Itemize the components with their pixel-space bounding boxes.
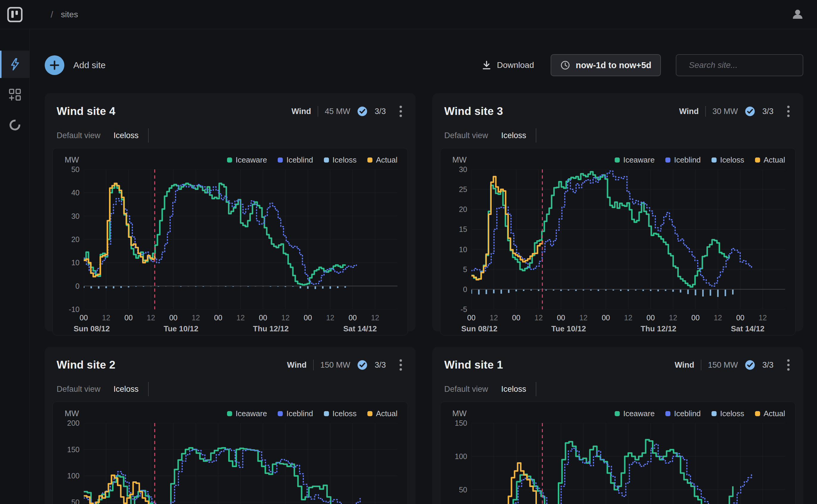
view-tabs: Default view Iceloss: [432, 372, 803, 396]
legend-iceloss[interactable]: Iceloss: [324, 409, 357, 418]
search-box[interactable]: [676, 54, 803, 76]
tab-default-view[interactable]: Default view: [57, 385, 100, 394]
legend-iceaware[interactable]: Iceaware: [615, 409, 655, 418]
legend-iceloss[interactable]: Iceloss: [712, 409, 744, 418]
x-axis-day-labels: Sun 08/12Tue 10/12Thu 12/12Sat 14/12: [471, 324, 785, 336]
download-button[interactable]: Download: [481, 60, 534, 70]
x-tick-label: 00: [214, 313, 222, 322]
y-tick-label: 100: [61, 472, 79, 480]
legend-iceaware[interactable]: Iceaware: [227, 155, 267, 165]
legend-iceloss[interactable]: Iceloss: [712, 155, 744, 165]
x-tick-label: 00: [736, 313, 745, 322]
x-day-label: Sat 14/12: [731, 324, 765, 333]
status-count: 3/3: [762, 361, 774, 370]
tab-divider: [536, 382, 536, 396]
sidebar-item-apps[interactable]: [0, 81, 30, 108]
x-axis-ticks: 0012001200120012001200120012: [84, 309, 397, 324]
site-meta: Wind 150 MW 3/3: [287, 358, 404, 372]
y-tick-label: 10: [61, 258, 79, 267]
legend-iceblind[interactable]: Iceblind: [665, 155, 701, 165]
legend-actual[interactable]: Actual: [367, 409, 397, 418]
legend-swatch-iceaware: [615, 157, 620, 163]
check-circle-icon: [357, 106, 368, 117]
breadcrumb-separator: /: [51, 10, 53, 20]
x-day-label: Thu 12/12: [253, 324, 289, 333]
legend-iceaware[interactable]: Iceaware: [227, 409, 267, 418]
site-title: Wind site 2: [57, 359, 115, 371]
legend-iceblind[interactable]: Iceblind: [278, 155, 313, 165]
site-meta: Wind 150 MW 3/3: [675, 358, 791, 372]
x-tick-label: 12: [579, 313, 587, 322]
sidebar-item-energy[interactable]: [0, 51, 30, 78]
tab-default-view[interactable]: Default view: [444, 131, 488, 140]
tab-default-view[interactable]: Default view: [444, 385, 488, 394]
card-menu-button[interactable]: [398, 104, 404, 119]
card-menu-button[interactable]: [785, 104, 791, 119]
main-content: Add site Download now-1d to now+5d: [30, 29, 817, 504]
x-day-label: Tue 10/12: [163, 324, 198, 333]
card-menu-button[interactable]: [398, 358, 404, 372]
toolbar: Add site Download now-1d to now+5d: [45, 54, 803, 76]
legend-swatch-iceloss: [324, 157, 329, 163]
site-title: Wind site 3: [444, 105, 503, 118]
x-tick-label: 12: [714, 313, 722, 322]
status-count: 3/3: [375, 107, 386, 116]
time-range-button[interactable]: now-1d to now+5d: [551, 54, 661, 76]
legend-iceblind[interactable]: Iceblind: [278, 409, 313, 418]
site-title: Wind site 4: [57, 105, 115, 118]
chart-legend: Iceaware Iceblind Iceloss Actual: [227, 409, 397, 418]
grid-add-icon: [8, 88, 22, 102]
chart-panel: MW Iceaware Iceblind Iceloss Actual: [52, 148, 408, 336]
meta-divider: [705, 106, 706, 117]
chart-panel: MW Iceaware Iceblind Iceloss Actual: [440, 148, 796, 336]
x-axis-day-labels: Sun 08/12Tue 10/12Thu 12/12Sat 14/12: [84, 324, 397, 336]
legend-actual[interactable]: Actual: [755, 409, 785, 418]
app-logo-icon[interactable]: [0, 7, 30, 22]
y-tick-label: 0: [61, 282, 79, 290]
legend-iceaware[interactable]: Iceaware: [615, 155, 655, 165]
search-input[interactable]: [689, 60, 798, 70]
chart-plot-area[interactable]: 200150100500-50: [84, 423, 397, 504]
site-capacity: 30 MW: [713, 107, 738, 116]
legend-swatch-iceloss: [712, 411, 717, 416]
site-capacity: 150 MW: [708, 361, 738, 370]
legend-iceblind[interactable]: Iceblind: [665, 409, 701, 418]
plus-icon[interactable]: [45, 55, 64, 75]
add-site-button[interactable]: Add site: [45, 55, 105, 75]
tab-iceloss[interactable]: Iceloss: [501, 131, 526, 140]
legend-swatch-actual: [367, 157, 372, 163]
chart-plot-area[interactable]: 50403020100-10: [84, 169, 397, 309]
chart-legend: Iceaware Iceblind Iceloss Actual: [615, 155, 785, 165]
tab-iceloss[interactable]: Iceloss: [501, 385, 526, 394]
legend-iceloss[interactable]: Iceloss: [324, 155, 357, 165]
site-meta: Wind 30 MW 3/3: [679, 104, 791, 119]
x-day-label: Sat 14/12: [343, 324, 377, 333]
x-tick-label: 12: [534, 313, 543, 322]
y-tick-label: 150: [61, 445, 79, 454]
legend-actual[interactable]: Actual: [755, 155, 785, 165]
x-tick-label: 12: [669, 313, 677, 322]
user-avatar-icon[interactable]: [791, 8, 804, 21]
sidebar-item-progress[interactable]: [0, 111, 30, 139]
y-tick-label: 25: [449, 185, 467, 194]
tab-default-view[interactable]: Default view: [57, 131, 100, 140]
x-tick-label: 00: [304, 313, 312, 322]
legend-swatch-iceaware: [227, 157, 232, 163]
y-tick-label: -10: [61, 305, 79, 314]
view-tabs: Default view Iceloss: [432, 119, 803, 142]
y-axis-unit: MW: [65, 155, 79, 165]
x-axis-ticks: 0012001200120012001200120012: [471, 309, 785, 324]
chart-plot-area[interactable]: 150100500-50: [471, 423, 785, 504]
y-tick-label: 100: [449, 452, 467, 461]
site-type-label: Wind: [287, 361, 307, 370]
meta-divider: [313, 360, 314, 370]
legend-swatch-iceblind: [665, 157, 671, 163]
y-tick-label: 0: [449, 285, 467, 294]
tab-iceloss[interactable]: Iceloss: [113, 131, 138, 140]
chart-plot-area[interactable]: 302520151050-5: [471, 169, 785, 309]
tab-iceloss[interactable]: Iceloss: [113, 385, 138, 394]
breadcrumb[interactable]: sites: [61, 10, 78, 19]
site-card: Wind site 2 Wind 150 MW 3/3 Default view…: [45, 347, 416, 504]
card-menu-button[interactable]: [785, 358, 791, 372]
legend-actual[interactable]: Actual: [367, 155, 397, 165]
